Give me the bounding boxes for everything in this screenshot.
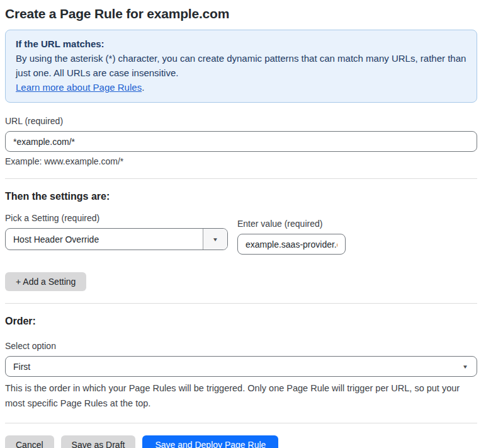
setting-value-input[interactable] xyxy=(237,234,346,255)
url-label: URL (required) xyxy=(5,116,477,126)
url-input[interactable] xyxy=(5,131,477,152)
order-select[interactable]: First ▼ xyxy=(5,356,477,377)
info-box-body: By using the asterisk (*) character, you… xyxy=(16,51,466,80)
chevron-down-icon: ▼ xyxy=(462,364,477,369)
learn-more-link[interactable]: Learn more about Page Rules xyxy=(16,82,142,93)
url-match-info-box: If the URL matches: By using the asteris… xyxy=(5,30,477,103)
order-select-value: First xyxy=(6,362,462,372)
enter-value-group: Enter value (required) xyxy=(237,219,346,255)
info-box-link-line: Learn more about Page Rules. xyxy=(16,80,466,95)
pick-setting-group: Pick a Setting (required) Host Header Ov… xyxy=(5,213,228,250)
chevron-down-icon: ▼ xyxy=(203,229,227,250)
order-heading: Order: xyxy=(5,316,477,327)
save-deploy-button[interactable]: Save and Deploy Page Rule xyxy=(142,435,278,448)
select-option-label: Select option xyxy=(5,341,477,351)
divider xyxy=(5,178,477,179)
pick-setting-select[interactable]: Host Header Override ▼ xyxy=(5,228,228,250)
page-title: Create a Page Rule for example.com xyxy=(5,6,477,21)
order-help-text: This is the order in which your Page Rul… xyxy=(5,381,477,411)
settings-heading: Then the settings are: xyxy=(5,191,477,202)
enter-value-label: Enter value (required) xyxy=(237,219,346,229)
save-draft-button[interactable]: Save as Draft xyxy=(61,435,136,448)
dropdown-arrow-glyph: ▼ xyxy=(212,236,218,242)
add-setting-button[interactable]: + Add a Setting xyxy=(5,272,86,291)
pick-setting-value: Host Header Override xyxy=(6,234,203,244)
create-page-rule-form: Create a Page Rule for example.com If th… xyxy=(0,0,486,448)
info-box-heading: If the URL matches: xyxy=(16,37,466,51)
cancel-button[interactable]: Cancel xyxy=(5,435,54,448)
divider xyxy=(5,303,477,304)
pick-setting-label: Pick a Setting (required) xyxy=(5,213,228,223)
setting-row: Pick a Setting (required) Host Header Ov… xyxy=(5,213,477,255)
url-hint: Example: www.example.com/* xyxy=(5,156,477,166)
link-suffix: . xyxy=(142,82,144,93)
divider xyxy=(5,423,477,423)
url-field-group: URL (required) Example: www.example.com/… xyxy=(5,116,477,166)
order-field-group: Select option First ▼ This is the order … xyxy=(5,341,477,411)
footer-actions: Cancel Save as Draft Save and Deploy Pag… xyxy=(5,435,477,448)
